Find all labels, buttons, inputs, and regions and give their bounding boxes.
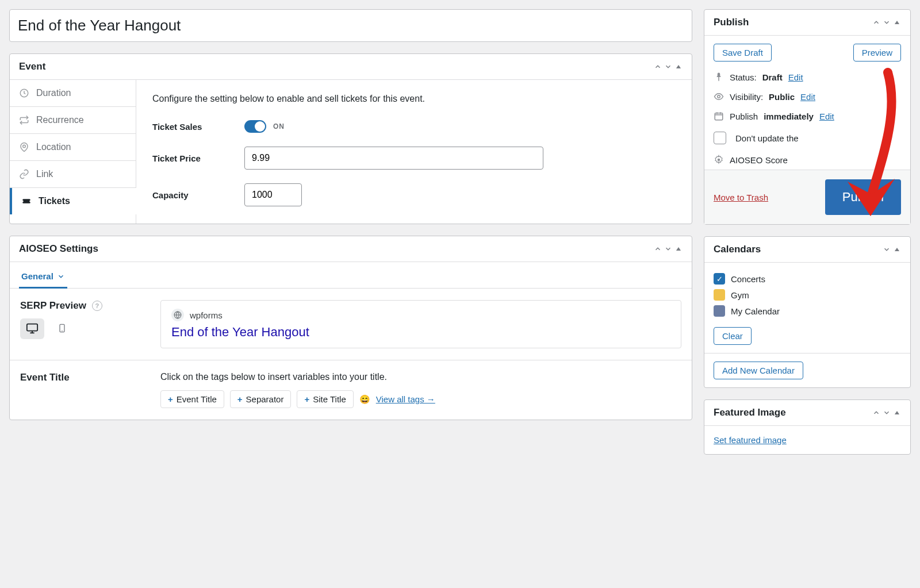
svg-marker-3 <box>676 247 681 251</box>
globe-icon <box>171 309 184 321</box>
tab-recurrence[interactable]: Recurrence <box>10 107 136 134</box>
emoji-icon[interactable]: 😄 <box>359 394 370 405</box>
gear-icon <box>714 155 724 165</box>
event-title-desc: Click on the tags below to insert variab… <box>160 372 681 382</box>
edit-status-link[interactable]: Edit <box>788 72 803 82</box>
chevron-up-icon[interactable] <box>872 409 880 417</box>
post-title-input[interactable] <box>9 9 692 42</box>
triangle-up-icon[interactable] <box>674 63 683 71</box>
checkbox-icon <box>714 289 725 301</box>
preview-button[interactable]: Preview <box>853 44 901 62</box>
svg-marker-17 <box>895 248 899 251</box>
mobile-icon <box>57 322 67 336</box>
view-all-tags-link[interactable]: View all tags → <box>376 394 435 404</box>
calendar-item-my-calendar[interactable]: My Calendar <box>714 303 901 319</box>
event-panel-title: Event <box>19 61 45 72</box>
svg-marker-0 <box>676 65 681 68</box>
svg-marker-10 <box>895 21 899 24</box>
serp-site-name: wpforms <box>190 310 223 320</box>
aioseo-panel: AIOSEO Settings General SERP Preview ? <box>9 236 692 420</box>
help-icon[interactable]: ? <box>92 301 102 311</box>
dont-update-label: Don't update the <box>735 133 799 143</box>
set-featured-image-link[interactable]: Set featured image <box>714 435 787 445</box>
chevron-down-icon[interactable] <box>883 245 891 253</box>
tag-site-title-button[interactable]: +Site Title <box>297 390 353 408</box>
capacity-input[interactable] <box>244 183 302 206</box>
clear-calendars-button[interactable]: Clear <box>714 327 752 345</box>
triangle-up-icon[interactable] <box>893 18 901 26</box>
tab-tickets[interactable]: Tickets <box>10 188 136 214</box>
save-draft-button[interactable]: Save Draft <box>714 44 772 62</box>
calendars-panel-title: Calendars <box>714 244 761 255</box>
map-pin-icon <box>19 142 29 152</box>
event-panel: Event Duration Recurrence <box>9 53 692 224</box>
add-new-calendar-button[interactable]: Add New Calendar <box>714 362 803 379</box>
tab-link[interactable]: Link <box>10 161 136 188</box>
publish-panel: Publish Save Draft Preview Status: Draft… <box>704 9 911 225</box>
svg-point-11 <box>718 95 720 98</box>
schedule-prefix: Publish <box>730 112 758 121</box>
chevron-down-icon[interactable] <box>883 18 891 26</box>
tab-location[interactable]: Location <box>10 134 136 161</box>
ticket-sales-label: Ticket Sales <box>152 122 244 132</box>
svg-point-2 <box>23 145 26 148</box>
tag-event-title-button[interactable]: +Event Title <box>160 390 224 408</box>
chevron-down-icon[interactable] <box>664 63 672 71</box>
aioseo-panel-title: AIOSEO Settings <box>19 243 98 255</box>
svg-rect-4 <box>27 324 37 330</box>
ticket-icon <box>21 196 32 206</box>
chevron-up-icon[interactable] <box>654 63 662 71</box>
status-label: Status: <box>730 72 757 82</box>
event-tabs: Duration Recurrence Location Link <box>10 80 136 224</box>
edit-visibility-link[interactable]: Edit <box>800 92 815 102</box>
ticket-price-label: Ticket Price <box>152 153 244 163</box>
checkbox-checked-icon: ✓ <box>714 273 725 285</box>
checkbox-icon <box>714 305 725 317</box>
ticket-sales-toggle[interactable] <box>244 120 266 133</box>
calendar-item-gym[interactable]: Gym <box>714 287 901 303</box>
schedule-value: immediately <box>764 112 814 121</box>
chevron-up-icon[interactable] <box>872 18 880 26</box>
ticket-price-input[interactable] <box>244 147 543 170</box>
visibility-label: Visibility: <box>730 92 763 102</box>
plus-icon: + <box>237 394 243 404</box>
svg-point-16 <box>718 159 720 162</box>
serp-preview-label: SERP Preview <box>20 300 86 312</box>
triangle-up-icon[interactable] <box>893 245 901 253</box>
move-to-trash-link[interactable]: Move to Trash <box>714 193 768 202</box>
serp-preview-card: wpforms End of the Year Hangout <box>160 300 681 348</box>
status-value: Draft <box>762 72 783 82</box>
serp-title: End of the Year Hangout <box>171 325 670 340</box>
plus-icon: + <box>168 394 173 404</box>
tag-separator-button[interactable]: +Separator <box>230 390 292 408</box>
event-title-label: Event Title <box>20 372 160 383</box>
calendar-icon <box>714 111 724 121</box>
desktop-preview-button[interactable] <box>20 318 44 339</box>
tab-duration[interactable]: Duration <box>10 80 136 107</box>
dont-update-checkbox[interactable] <box>714 132 726 144</box>
repeat-icon <box>19 115 29 125</box>
clock-icon <box>19 88 29 98</box>
chevron-down-icon <box>57 272 65 280</box>
publish-button[interactable]: Publish <box>825 179 901 215</box>
edit-schedule-link[interactable]: Edit <box>819 112 834 121</box>
chevron-down-icon[interactable] <box>883 409 891 417</box>
eye-icon <box>714 91 724 102</box>
tickets-intro: Configure the setting below to enable an… <box>152 94 676 104</box>
capacity-label: Capacity <box>152 190 244 200</box>
triangle-up-icon[interactable] <box>674 245 683 253</box>
pin-icon <box>714 72 724 82</box>
link-icon <box>19 169 29 179</box>
desktop-icon <box>26 322 39 336</box>
tickets-settings: Configure the setting below to enable an… <box>136 80 692 224</box>
mobile-preview-button[interactable] <box>50 318 74 339</box>
visibility-value: Public <box>769 92 795 102</box>
calendar-item-concerts[interactable]: ✓ Concerts <box>714 271 901 287</box>
calendars-panel: Calendars ✓ Concerts Gym My Calendar <box>704 236 911 388</box>
chevron-down-icon[interactable] <box>664 245 672 253</box>
triangle-up-icon[interactable] <box>893 409 901 417</box>
plus-icon: + <box>304 394 309 404</box>
aioseo-general-tab[interactable]: General <box>19 266 67 289</box>
chevron-up-icon[interactable] <box>654 245 662 253</box>
ticket-sales-state: ON <box>273 122 285 130</box>
